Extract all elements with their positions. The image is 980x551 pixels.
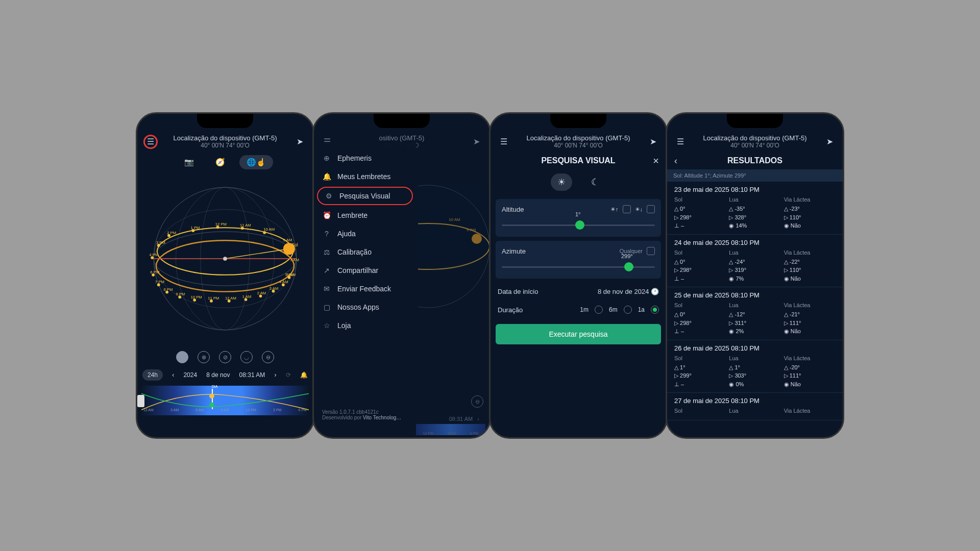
altitude-label: Altitude	[502, 206, 524, 213]
view-flat-icon[interactable]: ⊖	[471, 395, 483, 408]
bell-icon: 🔔	[322, 172, 331, 181]
menu-visual-search[interactable]: ⚙Pesquisa Visual	[317, 187, 413, 205]
compass-icon[interactable]: 🧭	[208, 155, 232, 169]
start-date-value[interactable]: 8 de nov de 2024 🕐	[598, 288, 659, 295]
result-date: 25 de mai de 2025 08:10 PM	[674, 291, 836, 299]
locate-icon[interactable]: ➤	[292, 135, 307, 149]
svg-text:8 PM: 8 PM	[163, 287, 173, 292]
location-coords: 40° 00'N 74° 00'O	[511, 142, 646, 149]
result-item[interactable]: 23 de mai de 2025 08:10 PM Sol△ 0°▷ 298°…	[667, 182, 843, 235]
menu-apps[interactable]: ▢Nossos Apps	[314, 298, 416, 316]
svg-point-36	[241, 227, 244, 230]
duration-1m[interactable]	[595, 306, 603, 314]
svg-text:7 AM: 7 AM	[290, 258, 299, 262]
menu-store[interactable]: ☆Loja	[314, 316, 416, 335]
view-globe-icon[interactable]	[176, 351, 188, 363]
result-item[interactable]: 26 de mai de 2025 08:10 PM Sol△ 1°▷ 299°…	[667, 340, 843, 393]
view-flat-icon[interactable]: ⊖	[262, 351, 274, 363]
svg-text:7 PM: 7 PM	[155, 280, 164, 284]
sliders-icon: ⚙	[324, 192, 333, 200]
svg-text:Sol: Sol	[291, 242, 298, 247]
menu-reminders[interactable]: 🔔Meus Lembretes	[314, 167, 416, 186]
svg-text:10 AM: 10 AM	[263, 227, 275, 232]
menu-help[interactable]: ?Ajuda	[314, 224, 416, 243]
duration-label: Duração	[498, 306, 523, 314]
svg-text:3 PM: 3 PM	[156, 240, 165, 245]
location-title: ositivo (GMT-5)	[334, 134, 469, 142]
menu-feedback[interactable]: ✉Enviar Feedback	[314, 280, 416, 298]
phone-screen-3: ☰ Localização do dispositivo (GMT-5) 40°…	[489, 112, 668, 439]
menu-share[interactable]: ↗Compartilhar	[314, 261, 416, 280]
results-title: RESULTADOS	[674, 153, 836, 168]
view-horizon-icon[interactable]: ◡	[240, 351, 253, 363]
any-checkbox[interactable]	[647, 247, 655, 255]
svg-point-48	[244, 298, 248, 301]
duration-6m[interactable]	[624, 306, 632, 314]
svg-text:1 PM: 1 PM	[190, 226, 200, 230]
svg-text:9 AM: 9 AM	[283, 238, 292, 242]
svg-point-50	[272, 290, 275, 293]
result-item[interactable]: 25 de mai de 2025 08:10 PM Sol△ 0°▷ 298°…	[667, 287, 843, 340]
phone-screen-2: ☰ ositivo (GMT-5) 0'N 74° 00'O ➤ 10 AM 9…	[312, 112, 491, 439]
prev-icon[interactable]: ‹	[172, 371, 174, 379]
clock-icon: ⏰	[322, 211, 331, 219]
sun-tab[interactable]: ☀	[551, 173, 572, 191]
phone-screen-4: ☰ Localização do dispositivo (GMT-5) 40°…	[666, 112, 844, 439]
next-icon[interactable]: ›	[275, 371, 277, 379]
svg-point-56	[418, 223, 489, 269]
azimuth-slider[interactable]: 299°	[502, 260, 655, 272]
menu-icon[interactable]: ☰	[673, 135, 688, 149]
svg-point-35	[216, 226, 219, 229]
results-list[interactable]: 23 de mai de 2025 08:10 PM Sol△ 0°▷ 298°…	[667, 182, 843, 420]
sunrise-icon: ☀↑	[610, 206, 619, 213]
notch	[550, 114, 606, 128]
svg-text:1 AM: 1 AM	[242, 294, 252, 299]
close-icon[interactable]: ×	[653, 155, 659, 167]
svg-text:11 PM: 11 PM	[208, 296, 219, 300]
globe-touch-icon[interactable]: 🌐☝	[239, 155, 273, 169]
locate-icon[interactable]: ➤	[822, 135, 837, 149]
result-item[interactable]: 27 de mai de 2025 08:10 PM Sol Lua Via L…	[667, 393, 843, 420]
result-item[interactable]: 24 de mai de 2025 08:10 PM Sol△ 0°▷ 298°…	[667, 235, 843, 288]
svg-point-54	[209, 403, 214, 408]
svg-point-46	[210, 299, 213, 303]
locate-icon[interactable]: ➤	[646, 135, 660, 149]
run-search-button[interactable]: Executar pesquisa	[496, 324, 661, 344]
sunset-checkbox[interactable]	[647, 205, 655, 213]
svg-text:10 PM: 10 PM	[190, 295, 202, 299]
view-empty-icon[interactable]: ⊘	[219, 351, 231, 363]
svg-point-37	[263, 231, 266, 234]
menu-reminder[interactable]: ⏰Lembrete	[314, 206, 416, 224]
timeline-handle[interactable]	[137, 395, 144, 407]
menu-ephemeris[interactable]: ⊕Ephemeris	[314, 149, 416, 167]
sunrise-checkbox[interactable]	[623, 205, 631, 213]
menu-icon[interactable]: ☰	[497, 135, 511, 149]
menu-icon[interactable]: ☰	[143, 135, 158, 149]
back-icon[interactable]: ‹	[674, 156, 677, 166]
sunset-icon: ☀↓	[635, 206, 643, 213]
celestial-globe[interactable]: 1 PM12 PM11 AM10 AM 9 AM7 AM6 AM 2 PM3 P…	[141, 174, 309, 343]
svg-text:4 PM: 4 PM	[149, 253, 158, 257]
refresh-icon[interactable]: ⟳	[286, 371, 291, 379]
mode-24h[interactable]: 24h	[142, 369, 163, 381]
globe-icon: ⊕	[322, 154, 331, 162]
camera-icon[interactable]: 📷	[177, 155, 201, 169]
day-label[interactable]: 8 de nov	[206, 371, 230, 379]
result-date: 26 de mai de 2025 08:10 PM	[674, 344, 836, 352]
year-label[interactable]: 2024	[183, 371, 197, 379]
moon-tab[interactable]: ☾	[584, 173, 606, 191]
apps-icon: ▢	[322, 303, 331, 311]
duration-1a[interactable]	[651, 306, 659, 314]
timeline[interactable]: DIA 12 AM 3 AM 6 AM 9 AM 12 PM 3 PM 6 PM	[141, 386, 309, 415]
time-label[interactable]: 08:31 AM	[239, 371, 265, 379]
alarm-icon[interactable]: 🔔	[300, 371, 308, 379]
phone-screen-1: ☰ Localização do dispositivo (GMT-5) 40°…	[136, 112, 314, 439]
start-date-label: Data de início	[498, 288, 538, 295]
view-texture-icon[interactable]: ⊗	[198, 351, 210, 363]
svg-text:12 AM: 12 AM	[225, 296, 236, 300]
menu-calibration[interactable]: ⚖Calibração	[314, 243, 416, 261]
svg-point-10	[223, 257, 227, 261]
result-date: 24 de mai de 2025 08:10 PM	[674, 239, 836, 246]
altitude-slider[interactable]: 1°	[502, 218, 655, 231]
svg-point-57	[472, 234, 482, 244]
